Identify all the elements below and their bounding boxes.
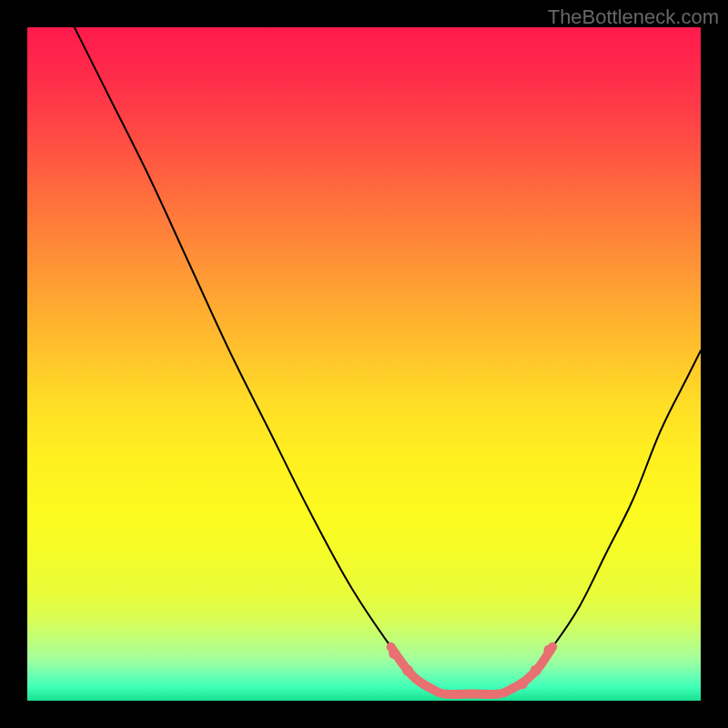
chart-plot-area [27, 27, 701, 701]
marker-1 [402, 665, 413, 676]
watermark-text: TheBottleneck.com [548, 5, 719, 29]
marker-3 [531, 665, 541, 676]
marker-0 [389, 648, 399, 659]
marker-2 [517, 679, 528, 690]
chart-svg [27, 27, 701, 701]
series-curve [75, 27, 701, 695]
marker-4 [544, 645, 555, 656]
series-highlighted-bottom [391, 647, 553, 694]
